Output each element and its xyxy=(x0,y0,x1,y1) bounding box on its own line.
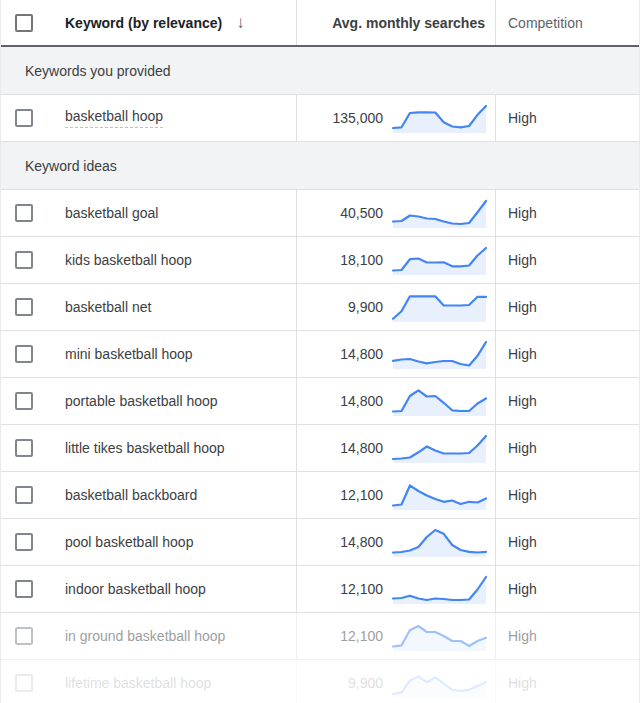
search-volume-value: 12,100 xyxy=(340,581,383,597)
search-volume-value: 40,500 xyxy=(340,205,383,221)
keyword-cell: little tikes basketball hoop xyxy=(1,425,296,471)
trend-sparkline xyxy=(392,527,487,557)
table-row: pool basketball hoop 14,800 High xyxy=(1,519,639,566)
searches-cell: 9,900 xyxy=(296,284,495,330)
row-checkbox[interactable] xyxy=(15,298,33,316)
section-header: Keywords you provided xyxy=(1,47,639,95)
keyword-cell: in ground basketball hoop xyxy=(1,613,296,659)
table-row: basketball net 9,900 High xyxy=(1,284,639,331)
search-volume-value: 9,900 xyxy=(348,299,383,315)
row-checkbox[interactable] xyxy=(15,533,33,551)
table-row: indoor basketball hoop 12,100 High xyxy=(1,566,639,613)
competition-value: High xyxy=(508,252,537,268)
keyword-cell: basketball hoop xyxy=(1,95,296,141)
table-row: lifetime basketball hoop 9,900 High xyxy=(1,660,639,703)
competition-value: High xyxy=(508,346,537,362)
trend-sparkline xyxy=(392,103,487,133)
searches-cell: 135,000 xyxy=(296,95,495,141)
keyword-cell: basketball goal xyxy=(1,190,296,236)
competition-cell: High xyxy=(495,519,639,565)
keyword-cell: lifetime basketball hoop xyxy=(1,660,296,703)
keyword-cell: indoor basketball hoop xyxy=(1,566,296,612)
row-checkbox[interactable] xyxy=(15,109,33,127)
trend-sparkline xyxy=(392,386,487,416)
keyword-cell: basketball backboard xyxy=(1,472,296,518)
keyword-label: lifetime basketball hoop xyxy=(65,675,211,691)
keyword-cell: kids basketball hoop xyxy=(1,237,296,283)
header-searches-label[interactable]: Avg. monthly searches xyxy=(332,15,487,31)
competition-cell: High xyxy=(495,237,639,283)
competition-value: High xyxy=(508,393,537,409)
keyword-label: portable basketball hoop xyxy=(65,393,218,409)
row-checkbox[interactable] xyxy=(15,486,33,504)
row-checkbox[interactable] xyxy=(15,674,33,692)
competition-cell: High xyxy=(495,660,639,703)
header-keyword-cell: Keyword (by relevance) ↓ xyxy=(1,0,296,45)
keyword-label: pool basketball hoop xyxy=(65,534,193,550)
header-keyword-label[interactable]: Keyword (by relevance) xyxy=(65,15,222,31)
table-row: kids basketball hoop 18,100 High xyxy=(1,237,639,284)
competition-cell: High xyxy=(495,472,639,518)
competition-value: High xyxy=(508,205,537,221)
trend-sparkline xyxy=(392,668,487,698)
keyword-results-table: Keyword (by relevance) ↓ Avg. monthly se… xyxy=(0,0,640,703)
row-checkbox[interactable] xyxy=(15,345,33,363)
searches-cell: 12,100 xyxy=(296,472,495,518)
section-label: Keyword ideas xyxy=(25,158,117,174)
row-checkbox[interactable] xyxy=(15,251,33,269)
trend-sparkline xyxy=(392,339,487,369)
keyword-cell: portable basketball hoop xyxy=(1,378,296,424)
competition-cell: High xyxy=(495,331,639,377)
keyword-label: basketball backboard xyxy=(65,487,197,503)
row-checkbox[interactable] xyxy=(15,204,33,222)
table-row: little tikes basketball hoop 14,800 High xyxy=(1,425,639,472)
table-row: mini basketball hoop 14,800 High xyxy=(1,331,639,378)
keyword-label: basketball net xyxy=(65,299,151,315)
row-checkbox[interactable] xyxy=(15,439,33,457)
header-competition-cell: Competition xyxy=(495,0,639,45)
searches-cell: 14,800 xyxy=(296,331,495,377)
table-row: basketball goal 40,500 High xyxy=(1,190,639,237)
competition-cell: High xyxy=(495,95,639,141)
trend-sparkline xyxy=(392,292,487,322)
keyword-label: in ground basketball hoop xyxy=(65,628,225,644)
section-header: Keyword ideas xyxy=(1,142,639,190)
row-checkbox[interactable] xyxy=(15,392,33,410)
table-row: in ground basketball hoop 12,100 High xyxy=(1,613,639,660)
search-volume-value: 14,800 xyxy=(340,534,383,550)
competition-cell: High xyxy=(495,425,639,471)
keyword-label: little tikes basketball hoop xyxy=(65,440,225,456)
sort-arrow-down-icon[interactable]: ↓ xyxy=(236,13,245,33)
keyword-cell: pool basketball hoop xyxy=(1,519,296,565)
table-row: portable basketball hoop 14,800 High xyxy=(1,378,639,425)
keyword-label: basketball hoop xyxy=(65,108,163,128)
competition-value: High xyxy=(508,628,537,644)
trend-sparkline xyxy=(392,480,487,510)
keyword-label: mini basketball hoop xyxy=(65,346,193,362)
search-volume-value: 14,800 xyxy=(340,393,383,409)
trend-sparkline xyxy=(392,245,487,275)
keyword-cell: mini basketball hoop xyxy=(1,331,296,377)
searches-cell: 12,100 xyxy=(296,613,495,659)
competition-value: High xyxy=(508,299,537,315)
header-searches-cell: Avg. monthly searches xyxy=(296,0,495,45)
keyword-label: basketball goal xyxy=(65,205,158,221)
competition-value: High xyxy=(508,487,537,503)
keyword-cell: basketball net xyxy=(1,284,296,330)
competition-cell: High xyxy=(495,613,639,659)
row-checkbox[interactable] xyxy=(15,580,33,598)
trend-sparkline xyxy=(392,198,487,228)
row-checkbox[interactable] xyxy=(15,627,33,645)
competition-value: High xyxy=(508,675,537,691)
table-row: basketball hoop 135,000 High xyxy=(1,95,639,142)
competition-cell: High xyxy=(495,190,639,236)
searches-cell: 9,900 xyxy=(296,660,495,703)
searches-cell: 14,800 xyxy=(296,425,495,471)
keyword-label: kids basketball hoop xyxy=(65,252,192,268)
header-competition-label[interactable]: Competition xyxy=(508,15,583,31)
searches-cell: 14,800 xyxy=(296,519,495,565)
select-all-checkbox[interactable] xyxy=(15,14,33,32)
trend-sparkline xyxy=(392,621,487,651)
competition-value: High xyxy=(508,581,537,597)
searches-cell: 12,100 xyxy=(296,566,495,612)
